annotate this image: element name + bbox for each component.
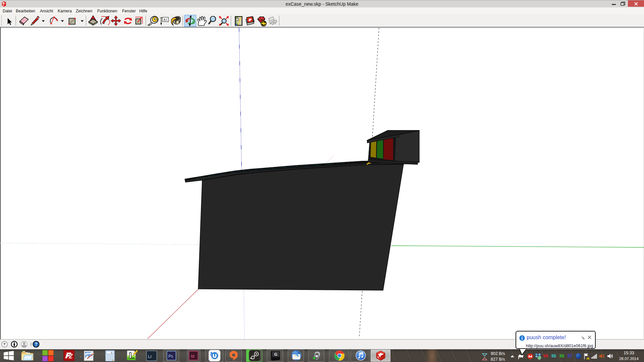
svg-text:++: ++ (131, 357, 135, 360)
svg-text:?: ? (35, 342, 38, 347)
svg-text:0: 0 (111, 352, 112, 354)
svg-text:G: G (274, 352, 277, 356)
svg-text:Id: Id (191, 354, 194, 359)
svg-text:A1: A1 (163, 18, 167, 21)
svg-text:Lr: Lr (148, 354, 152, 359)
svg-text:Ps: Ps (168, 354, 173, 359)
svg-text:!: ! (587, 357, 588, 359)
